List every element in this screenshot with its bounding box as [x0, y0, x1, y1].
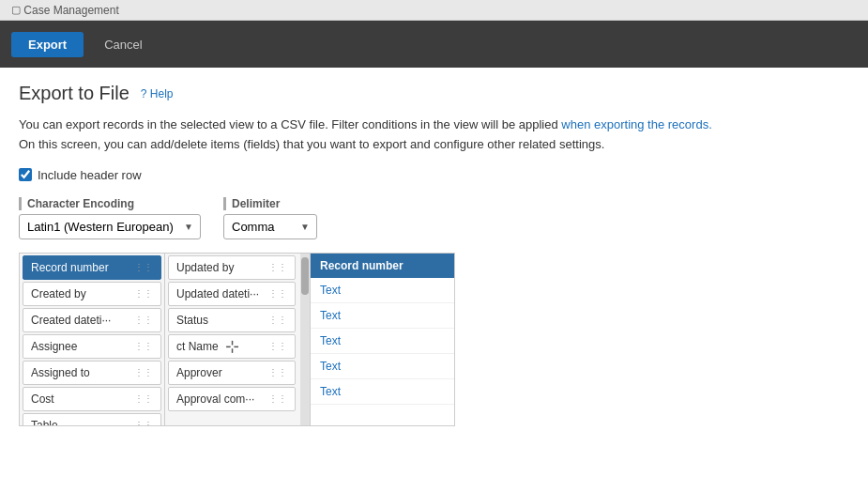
- delimiter-group: Delimiter Comma Tab Space ▼: [223, 197, 317, 239]
- breadcrumb-text: Case Management: [23, 4, 118, 17]
- field-item-assigned-to[interactable]: Assigned to ⋮⋮: [23, 361, 161, 385]
- field-item-created-datetime[interactable]: Created dateti··· ⋮⋮: [23, 308, 161, 332]
- help-link[interactable]: ? Help: [141, 87, 174, 100]
- fields-left: Record number ⋮⋮ Created by ⋮⋮ Created d…: [20, 254, 165, 425]
- scroll-thumb: [301, 257, 309, 295]
- field-item-updated-datetime[interactable]: Updated dateti··· ⋮⋮: [168, 282, 296, 306]
- encoding-group: Character Encoding Latin1 (Western Europ…: [19, 197, 201, 239]
- field-item-approval-comment[interactable]: Approval com··· ⋮⋮: [168, 387, 296, 411]
- breadcrumb: ▢ Case Management: [0, 0, 868, 21]
- right-item-5[interactable]: Text: [311, 379, 454, 405]
- drag-handle-icon: ⋮⋮: [268, 315, 287, 325]
- page-title-row: Export to File ? Help: [19, 83, 849, 104]
- description-line2: On this screen, you can add/delete items…: [19, 135, 849, 155]
- right-item-4[interactable]: Text: [311, 354, 454, 379]
- include-header-label: Include header row: [38, 168, 142, 182]
- drag-handle-icon: ⋮⋮: [268, 393, 287, 404]
- toolbar: Export Cancel: [0, 21, 868, 68]
- drag-handle-icon: ⋮⋮: [134, 393, 153, 404]
- fields-container: Record number ⋮⋮ Created by ⋮⋮ Created d…: [19, 253, 455, 426]
- field-item-status[interactable]: Status ⋮⋮: [168, 308, 296, 332]
- drag-handle-icon: ⋮⋮: [134, 288, 153, 299]
- drag-handle-icon: ⋮⋮: [268, 367, 287, 377]
- scrollbar[interactable]: [300, 254, 310, 425]
- delimiter-label: Delimiter: [223, 197, 317, 210]
- drag-handle-icon: ⋮⋮: [134, 315, 153, 325]
- field-item-created-by[interactable]: Created by ⋮⋮: [23, 282, 161, 306]
- field-item-record-number[interactable]: Record number ⋮⋮: [23, 255, 161, 280]
- drag-handle-icon: ⋮⋮: [268, 288, 287, 299]
- drag-handle-icon: ⋮⋮: [134, 420, 153, 425]
- right-item-3[interactable]: Text: [311, 329, 454, 354]
- description: You can export records in the selected v…: [19, 115, 849, 155]
- drag-handle-icon: ⋮⋮: [134, 341, 153, 351]
- include-header-checkbox[interactable]: [19, 168, 32, 181]
- drag-handle-icon: ⋮⋮: [268, 262, 287, 272]
- include-header-row: Include header row: [19, 168, 849, 182]
- fields-right: Record number Text Text Text Text Text: [311, 254, 454, 425]
- cancel-button[interactable]: Cancel: [91, 32, 155, 57]
- field-item-cost[interactable]: Cost ⋮⋮: [23, 387, 161, 411]
- field-item-updated-by[interactable]: Updated by ⋮⋮: [168, 255, 296, 280]
- field-item-table[interactable]: Table ⋮⋮: [23, 413, 161, 425]
- field-item-assignee[interactable]: Assignee ⋮⋮: [23, 334, 161, 359]
- fields-middle: Updated by ⋮⋮ Updated dateti··· ⋮⋮ Statu…: [165, 254, 311, 425]
- encoding-select-wrapper: Latin1 (Western European) UTF-8 Shift-JI…: [19, 214, 201, 239]
- drag-cursor-icon: ⊹: [225, 336, 239, 357]
- delimiter-select[interactable]: Comma Tab Space: [223, 214, 317, 239]
- right-header: Record number: [311, 254, 454, 278]
- page-title: Export to File: [19, 83, 129, 104]
- encoding-label: Character Encoding: [19, 197, 201, 210]
- description-line1: You can export records in the selected v…: [19, 115, 849, 135]
- drag-handle-icon: ⋮⋮: [134, 367, 153, 377]
- right-item-1[interactable]: Text: [311, 278, 454, 303]
- settings-row: Character Encoding Latin1 (Western Europ…: [19, 197, 849, 239]
- drag-handle-icon: ⋮⋮: [134, 262, 153, 272]
- encoding-select[interactable]: Latin1 (Western European) UTF-8 Shift-JI…: [19, 214, 201, 239]
- delimiter-select-wrapper: Comma Tab Space ▼: [223, 214, 317, 239]
- right-item-2[interactable]: Text: [311, 303, 454, 329]
- main-content: Export to File ? Help You can export rec…: [0, 68, 868, 477]
- field-item-approver[interactable]: Approver ⋮⋮: [168, 361, 296, 385]
- field-item-ct-name[interactable]: ct Name ⋮⋮ ⊹: [168, 334, 296, 359]
- drag-handle-icon: ⋮⋮: [268, 341, 287, 351]
- export-button[interactable]: Export: [11, 32, 84, 57]
